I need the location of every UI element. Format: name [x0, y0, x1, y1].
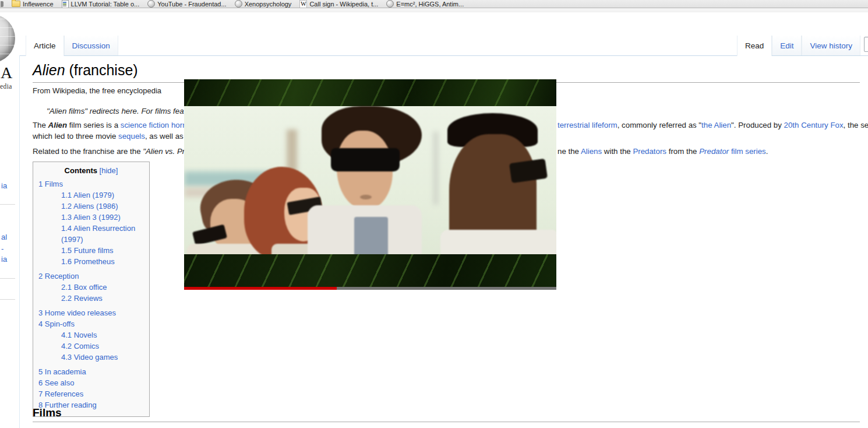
toc-item: 2.1 Box office [33, 282, 149, 293]
bookmark-label: Xenopsychology [245, 1, 292, 8]
toc-link[interactable]: 7 References [38, 390, 83, 398]
text-run: "Alien films" redirects here. For films … [47, 107, 184, 115]
bookmark-item[interactable]: E=mc², HiGGS, Antim... [386, 0, 464, 8]
text-run: , as well as [145, 132, 184, 141]
globe-icon [147, 0, 155, 8]
content-left-border [19, 55, 20, 428]
toc-link[interactable]: 1.3 Alien 3 (1992) [61, 213, 121, 222]
toc-hide-toggle[interactable]: [hide] [100, 166, 118, 175]
bookmark-label: YouTube - Fraudentad... [157, 1, 226, 8]
wikipedia-globe-logo[interactable] [0, 15, 15, 62]
toc-link[interactable]: 5 In academia [38, 367, 86, 376]
text-run: ". Produced by [731, 121, 784, 129]
toc-link[interactable]: 4.2 Comics [61, 342, 99, 350]
tab-read[interactable]: Read [737, 36, 772, 56]
toc-item: 5 In academia [33, 366, 149, 377]
person-center-sunglasses [331, 148, 400, 171]
bookmark-item[interactable]: LLVM Tutorial: Table o... [62, 0, 140, 8]
wikipedia-wordmark-fragment: A [1, 64, 12, 82]
bookmark-item[interactable]: Xenopsychology [235, 0, 292, 8]
toc-list: 1 Films1.1 Alien (1979)1.2 Aliens (1986)… [33, 178, 149, 411]
text-run: ne the [558, 147, 581, 156]
toc-link[interactable]: 2.1 Box office [61, 283, 107, 292]
tab-article[interactable]: Article [26, 36, 64, 56]
browser-window: { "browser": { "bookmarks_bar": { "items… [0, 0, 868, 428]
toc-link[interactable]: 6 See also [38, 378, 74, 387]
bookmark-item[interactable] [1, 1, 3, 7]
wiki-link[interactable]: sequels [118, 132, 145, 141]
video-player-overlay[interactable] [184, 79, 556, 290]
toc-item: 4 Spin-offs [33, 318, 149, 329]
background-pole [433, 132, 438, 205]
text-run: with the [602, 147, 633, 156]
toc-header: Contents [hide] [33, 166, 149, 175]
tab-edit[interactable]: Edit [772, 36, 802, 55]
sidebar-link-fragment[interactable]: ia [1, 255, 7, 264]
wiki-link[interactable]: Aliens [581, 147, 602, 156]
toc-link[interactable]: 2 Reception [38, 272, 79, 280]
wikipedia-sidebar: A edia iaal-ia [0, 12, 19, 428]
text-run: , commonly referred as " [618, 121, 701, 129]
toc-link[interactable]: 1 Films [38, 180, 63, 188]
globe-icon [235, 0, 242, 8]
video-progress-fill [184, 287, 337, 290]
toc-link[interactable]: 3 Home video releases [38, 308, 116, 317]
video-progress-track[interactable] [184, 287, 556, 290]
toc-link[interactable]: 1.1 Alien (1979) [61, 191, 114, 199]
toc-item: 1.3 Alien 3 (1992) [33, 212, 149, 223]
wiki-link[interactable]: terrestrial lifeform [558, 121, 618, 129]
bookmark-item[interactable]: Inflewence [12, 1, 54, 8]
bookmark-item[interactable]: YouTube - Fraudentad... [147, 0, 226, 8]
tab-discussion[interactable]: Discussion [64, 36, 118, 55]
sidebar-link-fragment[interactable]: - [1, 244, 3, 253]
toc-title: Contents [65, 166, 97, 175]
wiki-link[interactable]: Predator [699, 147, 729, 156]
wiki-link[interactable]: the Alien [701, 121, 731, 129]
sidebar-divider [0, 278, 15, 279]
toc-item: 1.6 Prometheus [33, 256, 149, 267]
paragraph-line: The Alien film series is a science ficti… [33, 120, 185, 130]
toc-link[interactable]: 4.3 Video games [61, 353, 118, 362]
toc-link[interactable]: 4.1 Novels [61, 331, 97, 339]
toc-link[interactable]: 1.2 Aliens (1986) [61, 202, 118, 211]
sidebar-link-fragment[interactable]: ia [1, 181, 7, 190]
toc-item: 6 See also [33, 377, 149, 388]
wiki-link[interactable]: science fiction horr [121, 121, 185, 129]
wikipedia-w-icon: W [299, 0, 307, 8]
toc-link[interactable]: 1.4 Alien Resurrection (1997) [61, 224, 135, 244]
toc-link[interactable]: 4 Spin-offs [38, 320, 75, 328]
toc-link[interactable]: 2.2 Reviews [61, 294, 103, 303]
toc-item: 3 Home video releases [33, 307, 149, 318]
wiki-link[interactable]: 20th Century Fox [784, 121, 844, 129]
text-run: , the serie [844, 121, 868, 129]
toc-item: 2.2 Reviews [33, 293, 149, 304]
text-run: The [33, 121, 48, 129]
person-right-sunglasses [509, 159, 548, 183]
toc-item: 7 References [33, 388, 149, 399]
search-input[interactable] [864, 37, 868, 52]
bookmark-label: LLVM Tutorial: Table o... [71, 1, 140, 8]
namespace-tabs: ArticleDiscussion [26, 36, 118, 56]
wiki-link[interactable]: film series [729, 147, 766, 156]
toc-item: 4.2 Comics [33, 341, 149, 352]
sidebar-divider [0, 299, 15, 300]
folder-icon [12, 1, 20, 7]
sidebar-link-fragment[interactable]: al [1, 233, 7, 241]
bookmark-label: Call sign - Wikipedia, t... [309, 1, 378, 8]
text-run: from the [666, 147, 699, 156]
wiki-link[interactable]: Predators [633, 147, 666, 156]
tab-view-history[interactable]: View history [802, 36, 860, 55]
wikipedia-logo-tagline-fragment: edia [0, 83, 12, 90]
globe-icon [386, 0, 394, 8]
bookmark-item[interactable]: WCall sign - Wikipedia, t... [299, 0, 378, 8]
toc-item: 1.2 Aliens (1986) [33, 201, 149, 212]
hatnote: "Alien films" redirects here. For films … [47, 106, 184, 116]
view-tabs: ReadEditView history [737, 36, 860, 56]
toc-item: 2 Reception [33, 271, 149, 282]
person-center-shirt [354, 217, 388, 259]
toc-link[interactable]: 1.6 Prometheus [61, 257, 115, 266]
section-heading-films: Films [33, 406, 860, 422]
bookmark-label: Inflewence [23, 1, 54, 8]
toc-link[interactable]: 1.5 Future films [61, 246, 114, 255]
bookmarks-bar: InflewenceLLVM Tutorial: Table o...YouTu… [0, 0, 868, 8]
